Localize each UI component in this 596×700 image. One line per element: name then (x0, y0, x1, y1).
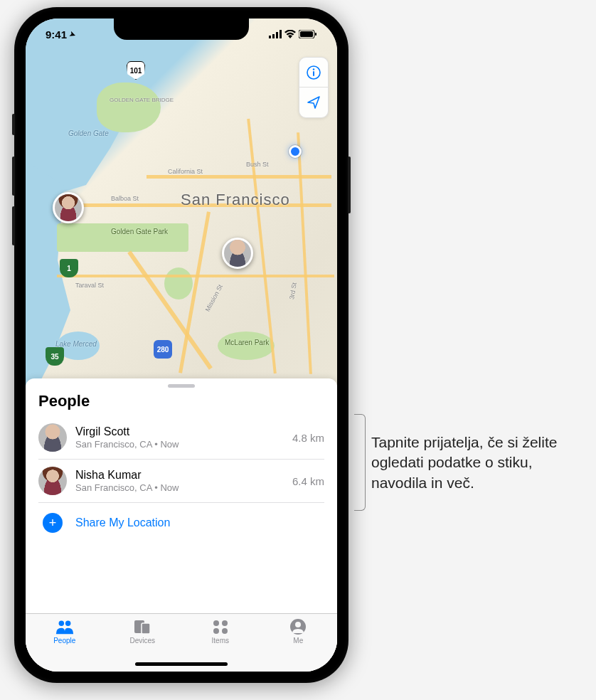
svg-point-16 (213, 628, 219, 634)
map-water-label: Golden Gate (68, 129, 109, 137)
svg-point-10 (58, 621, 63, 626)
mute-switch (12, 114, 15, 135)
map-park (97, 83, 161, 132)
map-street-label: California St (168, 168, 203, 175)
devices-icon (132, 618, 152, 635)
map-info-button[interactable] (299, 58, 328, 88)
battery-icon (299, 28, 317, 41)
tab-label: Items (212, 637, 229, 645)
map-pin-person[interactable] (222, 238, 253, 269)
sheet-title: People (26, 391, 337, 416)
map-street-label: Mission St (204, 283, 224, 312)
map-bridge-label: GOLDEN GATE BRIDGE (110, 97, 174, 103)
person-name: Nisha Kumar (75, 469, 284, 482)
svg-point-14 (213, 620, 219, 626)
people-list: Virgil Scott San Francisco, CA • Now 4.8… (26, 416, 337, 540)
map-street-label: Bush St (246, 161, 269, 168)
tab-me[interactable]: Me (260, 618, 338, 672)
avatar (38, 467, 67, 495)
svg-rect-2 (276, 32, 278, 38)
tab-label: People (53, 637, 75, 645)
svg-point-17 (222, 628, 228, 634)
map-road (297, 132, 312, 374)
location-services-icon: ➤ (68, 29, 76, 38)
wifi-icon (284, 28, 296, 41)
highway-shield-ca: 1 (60, 259, 78, 277)
sheet-grabber[interactable] (168, 384, 195, 388)
highway-shield-ca: 35 (46, 347, 64, 366)
map-pin-person[interactable] (53, 192, 84, 223)
volume-up (12, 157, 15, 196)
power-button (348, 157, 351, 213)
map-park-label: Golden Gate Park (111, 228, 168, 235)
tab-people[interactable]: People (26, 618, 104, 672)
person-name: Virgil Scott (75, 425, 284, 438)
me-icon (288, 618, 308, 635)
annotation-callout: Tapnite prijatelja, če si želite ogledat… (371, 433, 585, 493)
share-location-row[interactable]: + Share My Location (38, 503, 324, 540)
status-time: 9:41 (46, 28, 67, 41)
avatar (38, 423, 67, 452)
current-location-dot (289, 145, 302, 158)
person-distance: 6.4 km (292, 475, 324, 487)
map-city-label: San Francisco (181, 191, 290, 209)
screen: 9:41 ➤ (26, 18, 337, 672)
map-street-label: 3rd St (288, 282, 298, 299)
volume-down (12, 206, 15, 245)
plus-icon: + (43, 513, 63, 533)
people-icon (55, 618, 75, 635)
map-park-label: McLaren Park (225, 339, 269, 346)
svg-rect-9 (313, 71, 314, 76)
svg-point-15 (222, 620, 228, 626)
map-street-label: Balboa St (111, 195, 139, 202)
svg-point-19 (295, 622, 301, 627)
map-street-label: Taraval St (75, 282, 104, 289)
svg-rect-5 (300, 31, 313, 37)
svg-point-11 (65, 621, 70, 626)
device-frame: 9:41 ➤ (14, 7, 348, 683)
person-distance: 4.8 km (292, 432, 324, 444)
tab-label: Me (293, 637, 303, 645)
map-park (164, 267, 193, 299)
map-locate-button[interactable] (299, 88, 328, 117)
svg-rect-1 (272, 34, 275, 38)
highway-shield-interstate: 280 (154, 340, 172, 359)
cellular-icon (269, 28, 282, 41)
person-row[interactable]: Nisha Kumar San Francisco, CA • Now 6.4 … (38, 460, 324, 503)
map-road (147, 175, 331, 179)
notch (114, 18, 249, 40)
person-subtitle: San Francisco, CA • Now (75, 482, 284, 493)
svg-point-8 (313, 68, 314, 70)
svg-rect-6 (315, 33, 316, 36)
home-indicator[interactable] (135, 662, 228, 666)
person-row[interactable]: Virgil Scott San Francisco, CA • Now 4.8… (38, 416, 324, 460)
share-location-label: Share My Location (75, 516, 170, 529)
tab-label: Devices (129, 637, 155, 645)
svg-rect-0 (269, 36, 271, 38)
svg-rect-3 (280, 30, 282, 38)
items-icon (211, 618, 230, 635)
map-controls (299, 57, 329, 118)
person-subtitle: San Francisco, CA • Now (75, 439, 284, 450)
svg-rect-13 (142, 623, 150, 634)
callout-bracket (354, 414, 366, 511)
